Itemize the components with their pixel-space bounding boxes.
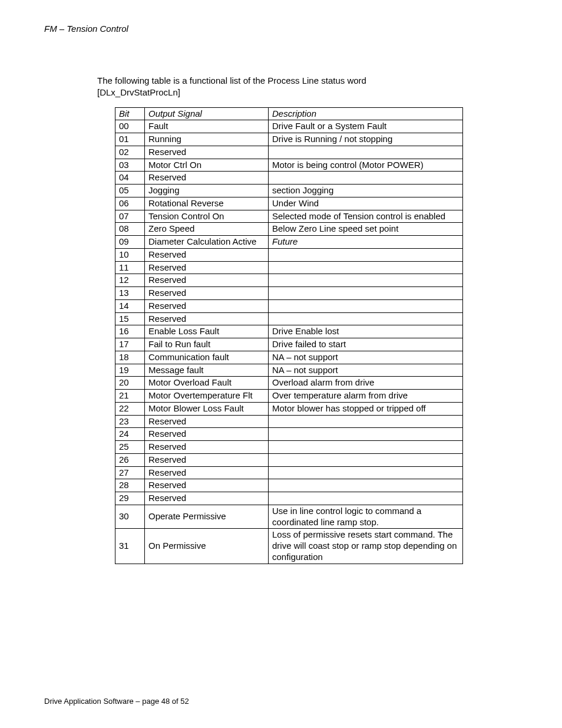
table-row: 22Motor Blower Loss FaultMotor blower ha…	[115, 402, 463, 415]
cell-bit: 20	[115, 377, 145, 390]
table-row: 05Joggingsection Jogging	[115, 185, 463, 197]
cell-output-signal: Operate Permissive	[145, 505, 269, 529]
cell-bit: 27	[115, 466, 145, 479]
cell-bit: 05	[115, 185, 145, 197]
cell-output-signal: Reserved	[145, 415, 269, 428]
intro-line-1: The following table is a functional list…	[97, 75, 366, 85]
cell-output-signal: Enable Loss Fault	[145, 325, 269, 338]
cell-description	[269, 453, 463, 466]
table-row: 14Reserved	[115, 299, 463, 312]
table-row: 20Motor Overload FaultOverload alarm fro…	[115, 377, 463, 390]
table-row: 30Operate PermissiveUse in line control …	[115, 505, 463, 529]
cell-bit: 09	[115, 236, 145, 249]
table-row: 26Reserved	[115, 453, 463, 466]
cell-description	[269, 274, 463, 287]
table-row: 09Diameter Calculation ActiveFuture	[115, 236, 463, 249]
cell-description	[269, 441, 463, 454]
cell-description	[269, 428, 463, 441]
cell-output-signal: Reserved	[145, 441, 269, 454]
cell-bit: 17	[115, 338, 145, 351]
cell-output-signal: Reserved	[145, 428, 269, 441]
table-row: 27Reserved	[115, 466, 463, 479]
table-row: 08Zero SpeedBelow Zero Line speed set po…	[115, 223, 463, 236]
cell-output-signal: Motor Overload Fault	[145, 377, 269, 390]
cell-bit: 23	[115, 415, 145, 428]
table-row: 31On PermissiveLoss of permissive resets…	[115, 529, 463, 564]
cell-output-signal: Diameter Calculation Active	[145, 236, 269, 249]
cell-description: Overload alarm from drive	[269, 377, 463, 390]
table-row: 13Reserved	[115, 287, 463, 300]
cell-bit: 18	[115, 351, 145, 364]
cell-output-signal: Motor Ctrl On	[145, 159, 269, 172]
cell-bit: 00	[115, 120, 145, 133]
cell-bit: 31	[115, 529, 145, 564]
cell-output-signal: Zero Speed	[145, 223, 269, 236]
table-header-row: Bit Output Signal Description	[115, 107, 463, 120]
cell-bit: 03	[115, 159, 145, 172]
cell-bit: 16	[115, 325, 145, 338]
cell-bit: 28	[115, 479, 145, 492]
cell-description: Drive Enable lost	[269, 325, 463, 338]
cell-output-signal: Reserved	[145, 492, 269, 505]
table-row: 00FaultDrive Fault or a System Fault	[115, 120, 463, 133]
cell-description: Future	[269, 236, 463, 249]
intro-line-2: [DLx_DrvStatProcLn]	[97, 87, 180, 97]
cell-bit: 26	[115, 453, 145, 466]
cell-output-signal: Motor Blower Loss Fault	[145, 402, 269, 415]
cell-description	[269, 299, 463, 312]
cell-bit: 06	[115, 197, 145, 210]
cell-description: section Jogging	[269, 185, 463, 197]
cell-bit: 21	[115, 390, 145, 403]
cell-output-signal: Motor Overtemperature Flt	[145, 390, 269, 403]
cell-bit: 11	[115, 261, 145, 274]
table-row: 12Reserved	[115, 274, 463, 287]
cell-output-signal: Reserved	[145, 466, 269, 479]
cell-output-signal: Jogging	[145, 185, 269, 197]
cell-description: Drive failed to start	[269, 338, 463, 351]
cell-output-signal: Tension Control On	[145, 210, 269, 223]
col-bit: Bit	[115, 107, 145, 120]
status-word-table: Bit Output Signal Description 00FaultDri…	[115, 107, 463, 564]
cell-description	[269, 466, 463, 479]
table-row: 07Tension Control OnSelected mode of Ten…	[115, 210, 463, 223]
table-row: 24Reserved	[115, 428, 463, 441]
cell-output-signal: Reserved	[145, 299, 269, 312]
cell-output-signal: Fail to Run fault	[145, 338, 269, 351]
table-row: 29Reserved	[115, 492, 463, 505]
table-row: 03Motor Ctrl OnMotor is being control (M…	[115, 159, 463, 172]
table-row: 04Reserved	[115, 172, 463, 185]
cell-description: Loss of permissive resets start command.…	[269, 529, 463, 564]
cell-output-signal: Reserved	[145, 248, 269, 261]
cell-description: Under Wind	[269, 197, 463, 210]
table-row: 17Fail to Run faultDrive failed to start	[115, 338, 463, 351]
cell-description	[269, 146, 463, 159]
cell-output-signal: On Permissive	[145, 529, 269, 564]
table-row: 19Message faultNA – not support	[115, 364, 463, 377]
cell-description	[269, 479, 463, 492]
cell-description	[269, 261, 463, 274]
table-row: 21Motor Overtemperature FltOver temperat…	[115, 390, 463, 403]
cell-bit: 10	[115, 248, 145, 261]
intro-text: The following table is a functional list…	[97, 75, 518, 99]
table-row: 15Reserved	[115, 312, 463, 325]
cell-output-signal: Reserved	[145, 312, 269, 325]
cell-output-signal: Reserved	[145, 146, 269, 159]
table-row: 23Reserved	[115, 415, 463, 428]
col-output-signal: Output Signal	[145, 107, 269, 120]
cell-bit: 02	[115, 146, 145, 159]
cell-description: NA – not support	[269, 351, 463, 364]
cell-description: Motor blower has stopped or tripped off	[269, 402, 463, 415]
cell-bit: 19	[115, 364, 145, 377]
cell-output-signal: Reserved	[145, 453, 269, 466]
cell-bit: 22	[115, 402, 145, 415]
cell-output-signal: Message fault	[145, 364, 269, 377]
table-row: 16Enable Loss FaultDrive Enable lost	[115, 325, 463, 338]
table-row: 11Reserved	[115, 261, 463, 274]
cell-output-signal: Fault	[145, 120, 269, 133]
cell-description	[269, 492, 463, 505]
cell-description: Selected mode of Tension control is enab…	[269, 210, 463, 223]
cell-output-signal: Reserved	[145, 274, 269, 287]
cell-bit: 30	[115, 505, 145, 529]
cell-description: Below Zero Line speed set point	[269, 223, 463, 236]
cell-bit: 24	[115, 428, 145, 441]
